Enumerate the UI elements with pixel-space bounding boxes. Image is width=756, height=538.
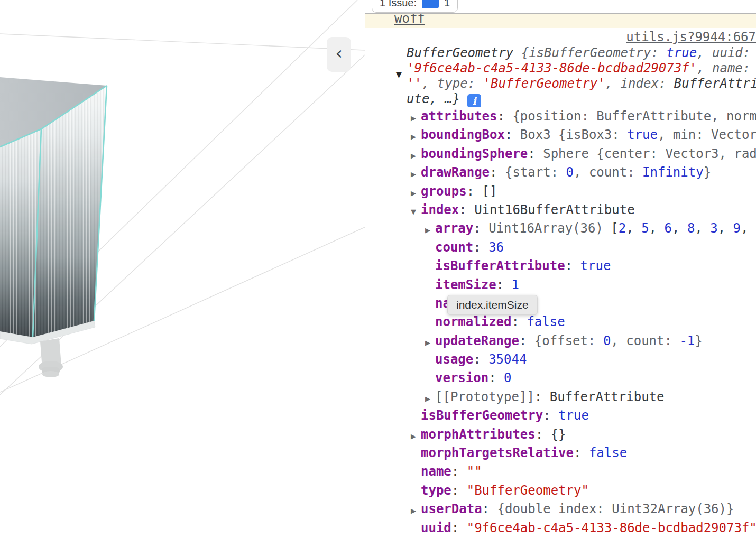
- tree-row: ▶morphAttributes: {}: [365, 425, 756, 444]
- tree-expander-icon[interactable]: ▶: [411, 165, 421, 182]
- object-preview: BufferGeometry {isBufferGeometry: true, …: [407, 45, 756, 107]
- tree-row: ▶drawRange: {start: 0, count: Infinity}: [365, 163, 756, 182]
- tree-expander-icon[interactable]: ▶: [411, 109, 421, 126]
- issues-button[interactable]: 1 Issue: 1: [372, 0, 458, 13]
- object-expander-icon[interactable]: ▼: [396, 70, 402, 79]
- three-viewport[interactable]: [0, 0, 365, 538]
- tree-expander-icon[interactable]: ▶: [411, 146, 421, 163]
- panel-collapse-button[interactable]: ‹: [327, 37, 351, 72]
- console-log-message: utils.js?9944:667 ▼ BufferGeometry {isBu…: [365, 28, 756, 538]
- chevron-left-icon: ‹: [335, 42, 343, 63]
- object-preview-line: '9f6ce4ab-c4a5-4133-86de-bcdbad29073f', …: [407, 61, 756, 76]
- tree-row: ▶[[Prototype]]: BufferAttribute: [365, 388, 756, 406]
- tree-row: itemSize: 1: [365, 276, 756, 294]
- devtools-console-panel: 1 Issue: 1 woff utils.js?9944:667 ▼ Buff…: [365, 0, 756, 538]
- tree-expander-icon[interactable]: ▶: [411, 184, 421, 201]
- source-link[interactable]: utils.js?9944:667: [626, 30, 756, 45]
- tree-row: morphTargetsRelative: false: [365, 444, 756, 462]
- cube-foot: [39, 338, 63, 377]
- tree-row: name: "": [365, 462, 756, 481]
- issues-label: 1 Issue:: [380, 0, 417, 9]
- object-preview-line: '', type: 'BufferGeometry', index: Buffe…: [407, 76, 756, 91]
- tree-row: version: 0: [365, 369, 756, 387]
- tree-expander-icon[interactable]: ▶: [411, 127, 421, 144]
- tree-expander-icon[interactable]: ▶: [425, 333, 435, 350]
- app-window: ‹ 1 Issue: 1 woff utils.js?9944:667 ▼ Bu…: [0, 0, 756, 538]
- tree-row: type: "BufferGeometry": [365, 481, 756, 500]
- tree-row: na: [365, 294, 756, 313]
- issue-bubble-icon: [422, 0, 439, 8]
- tree-row: uuid: "9f6ce4ab-c4a5-4133-86de-bcdbad290…: [365, 519, 756, 537]
- tree-row: ▶array: Uint16Array(36) [2, 5, 6, 8, 3, …: [365, 219, 756, 238]
- tree-row: usage: 35044: [365, 350, 756, 369]
- tree-row: isBufferGeometry: true: [365, 406, 756, 425]
- tree-expander-icon[interactable]: ▶: [425, 389, 435, 406]
- object-preview-line: ute, …}i: [407, 91, 756, 107]
- tree-expander-icon[interactable]: ▶: [411, 427, 421, 444]
- tooltip: index.itemSize: [447, 295, 538, 315]
- info-icon[interactable]: i: [467, 94, 481, 107]
- tree-row: ▼index: Uint16BufferAttribute: [365, 201, 756, 219]
- tree-row: ▶groups: []: [365, 182, 756, 201]
- tree-row: ▶updateRange: {offset: 0, count: -1}: [365, 332, 756, 350]
- property-tree: ▶attributes: {position: BufferAttribute,…: [365, 107, 756, 537]
- tree-row: ▶userData: {double_index: Uint32Array(36…: [365, 500, 756, 518]
- tree-row: normalized: false: [365, 313, 756, 331]
- object-preview-line: BufferGeometry {isBufferGeometry: true, …: [407, 45, 756, 61]
- tree-row: isBufferAttribute: true: [365, 257, 756, 275]
- cube-3d-object: [0, 77, 107, 377]
- tree-row: ▶boundingBox: Box3 {isBox3: true, min: V…: [365, 126, 756, 144]
- tree-expander-icon[interactable]: ▼: [411, 202, 421, 219]
- tree-expander-icon[interactable]: ▶: [411, 502, 421, 518]
- tree-row: count: 36: [365, 238, 756, 257]
- woff-link[interactable]: woff: [394, 14, 425, 26]
- tree-row: ▶attributes: {position: BufferAttribute,…: [365, 107, 756, 126]
- console-warning-row: woff: [365, 14, 756, 29]
- console-toolbar: 1 Issue: 1: [365, 0, 756, 14]
- tree-row: ▶boundingSphere: Sphere {center: Vector3…: [365, 145, 756, 163]
- three-scene-canvas: [0, 0, 365, 538]
- issues-count: 1: [444, 0, 450, 9]
- tree-expander-icon[interactable]: ▶: [425, 221, 435, 238]
